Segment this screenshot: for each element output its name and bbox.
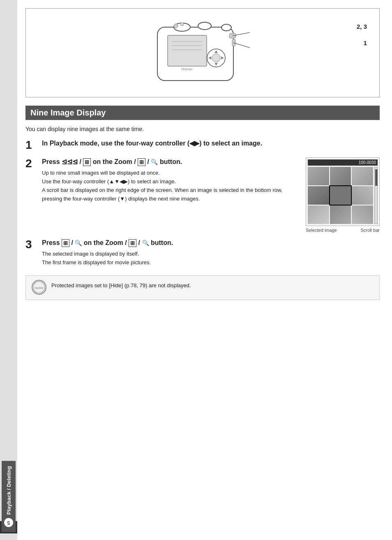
grid-labels: Selected image Scroll bar <box>306 228 380 233</box>
grid-header: 100-0030 <box>308 159 378 166</box>
sidebar-chapter-tab: 5 Playback / Deleting <box>2 461 16 532</box>
grid-cell-6 <box>352 186 373 205</box>
step-2: 2 Press ⊴⊴⊴ / ⊞ on the Zoom / ⊞ / 🔍 butt… <box>25 157 380 233</box>
grid-cell-9 <box>352 205 373 224</box>
step-1-content: In Playback mode, use the four-way contr… <box>42 139 380 150</box>
memo-icon-inner: memo <box>32 280 46 295</box>
step-2-body: Up to nine small images will be displaye… <box>42 169 299 203</box>
camera-svg: PENTAX <box>145 17 260 89</box>
step-1-number: 1 <box>25 139 42 152</box>
step-3-title: Press ⊞ / 🔍 on the Zoom / ⊞ / 🔍 button. <box>42 238 380 247</box>
nine-image-grid: 100-0030 <box>306 157 380 226</box>
nine-grid <box>308 167 373 224</box>
svg-text:memo: memo <box>35 286 44 290</box>
step-3-number: 3 <box>25 238 42 251</box>
sidebar: 74 5 Playback / Deleting <box>0 0 17 540</box>
grid-with-scrollbar <box>308 167 378 224</box>
svg-point-16 <box>180 23 184 26</box>
step-3-body: The selected image is displayed by itsel… <box>42 250 380 267</box>
grid-cell-7 <box>308 205 329 224</box>
selected-image-label: Selected image <box>306 228 337 233</box>
step-1: 1 In Playback mode, use the four-way con… <box>25 139 380 152</box>
grid-cell-5 <box>330 186 351 205</box>
section-header: Nine Image Display <box>25 106 380 120</box>
scroll-bar <box>374 167 378 224</box>
svg-point-2 <box>198 22 211 30</box>
main-content: PENTAX 2, <box>17 0 392 540</box>
section-intro: You can display nine images at the same … <box>25 126 380 132</box>
step-3-content: Press ⊞ / 🔍 on the Zoom / ⊞ / 🔍 button. … <box>42 238 380 267</box>
sidebar-label: Playback / Deleting <box>6 466 12 515</box>
step-2-layout: Press ⊴⊴⊴ / ⊞ on the Zoom / ⊞ / 🔍 button… <box>42 157 380 233</box>
svg-rect-4 <box>168 35 207 66</box>
memo-text: Protected images set to [Hide] (p.78, 79… <box>51 280 191 290</box>
grid-cell-3 <box>352 167 373 185</box>
chapter-number: 5 <box>4 518 13 527</box>
section-title: Nine Image Display <box>30 108 106 117</box>
scroll-thumb <box>375 169 378 186</box>
step-1-title: In Playback mode, use the four-way contr… <box>42 139 380 148</box>
camera-diagram-box: PENTAX 2, <box>25 8 380 97</box>
memo-box: memo Protected images set to [Hide] (p.7… <box>25 275 380 300</box>
callout-2-3: 2, 3 <box>357 23 367 30</box>
svg-point-3 <box>221 24 231 31</box>
memo-svg: memo <box>32 281 46 294</box>
step-2-number: 2 <box>25 157 42 170</box>
step-2-title: Press ⊴⊴⊴ / ⊞ on the Zoom / ⊞ / 🔍 button… <box>42 157 299 166</box>
camera-illustration: PENTAX 2, <box>34 17 371 89</box>
step-2-content: Press ⊴⊴⊴ / ⊞ on the Zoom / ⊞ / 🔍 button… <box>42 157 380 233</box>
svg-text:PENTAX: PENTAX <box>181 68 193 71</box>
step-3: 3 Press ⊞ / 🔍 on the Zoom / ⊞ / 🔍 button… <box>25 238 380 267</box>
grid-cell-4 <box>308 186 329 205</box>
svg-line-20 <box>233 43 250 48</box>
memo-icon: memo <box>32 280 47 295</box>
scroll-bar-label: Scroll bar <box>361 228 380 233</box>
step-2-text: Press ⊴⊴⊴ / ⊞ on the Zoom / ⊞ / 🔍 button… <box>42 157 299 203</box>
svg-point-15 <box>174 24 178 28</box>
step-2-image-panel: 100-0030 <box>306 157 380 233</box>
grid-cell-1 <box>308 167 329 185</box>
svg-point-10 <box>212 54 220 62</box>
grid-cell-2 <box>330 167 351 185</box>
grid-cell-8 <box>330 205 351 224</box>
callout-1: 1 <box>364 39 367 46</box>
